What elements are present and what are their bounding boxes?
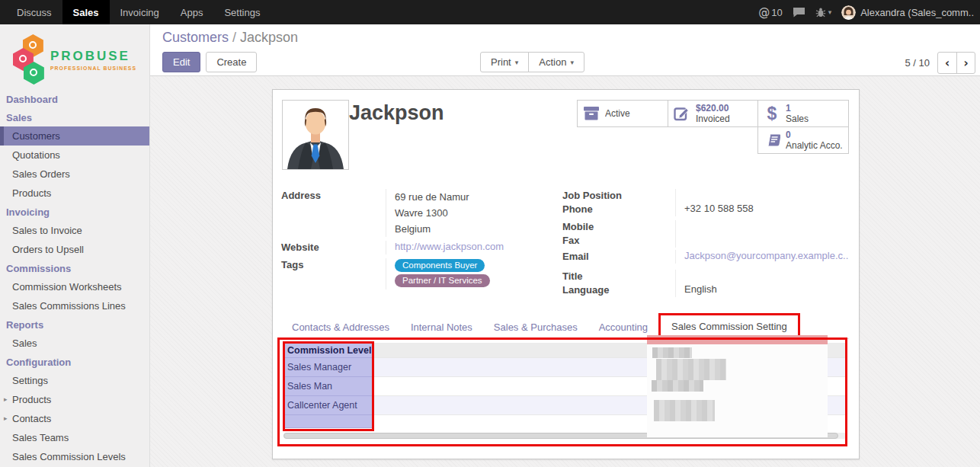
phone-value[interactable]: +32 10 588 558: [675, 203, 849, 216]
address-street[interactable]: 69 rue de Namur: [395, 189, 557, 205]
sidebar-item-sales-orders[interactable]: Sales Orders: [0, 165, 149, 184]
archive-box-icon: [583, 106, 600, 121]
sidebar-item-quotations[interactable]: Quotations: [0, 146, 149, 165]
create-button[interactable]: Create: [206, 52, 257, 72]
sidebar-item-commission-worksheets[interactable]: Commission Worksheets: [0, 277, 149, 296]
fax-field-label: Fax: [562, 234, 675, 248]
user-menu[interactable]: Alexandra (Sales_comm..: [841, 5, 974, 20]
app-menu: Discuss Sales Invoicing Apps Settings: [6, 0, 271, 24]
at-icon: @: [758, 5, 770, 19]
redacted-content: [656, 359, 726, 380]
address-city[interactable]: Wavre 1300: [395, 205, 557, 221]
sidebar-item-config-products[interactable]: ▸Products: [0, 390, 149, 409]
sidebar-item-sales-commissions-lines[interactable]: Sales Commissions Lines: [0, 296, 149, 315]
language-value[interactable]: English: [675, 283, 849, 297]
sidebar-section-configuration[interactable]: Configuration: [0, 353, 149, 371]
record-sheet: Jackpson Active: [272, 89, 860, 459]
pager-next-button[interactable]: ›: [956, 53, 975, 73]
redacted-highlight-band: [647, 335, 828, 344]
debug-menu-button[interactable]: ▾: [815, 7, 832, 18]
sidebar-item-sales-report[interactable]: Sales: [0, 334, 149, 353]
mobile-field-label: Mobile: [562, 220, 675, 234]
redacted-content: [652, 347, 692, 358]
sidebar-item-products[interactable]: Products: [0, 184, 149, 203]
mobile-value[interactable]: [675, 220, 849, 234]
businessman-avatar-icon: [283, 101, 348, 169]
user-avatar: [841, 5, 856, 20]
job-position-value[interactable]: [675, 189, 849, 203]
fax-value[interactable]: [675, 234, 849, 248]
action-label: Action: [539, 56, 566, 68]
menu-invoicing[interactable]: Invoicing: [110, 0, 170, 24]
menu-settings[interactable]: Settings: [213, 0, 271, 24]
address-country[interactable]: Belgium: [395, 221, 557, 237]
messages-button[interactable]: [793, 7, 805, 18]
sidebar-item-orders-to-upsell[interactable]: Orders to Upsell: [0, 240, 149, 259]
sidebar-item-sales-to-invoice[interactable]: Sales to Invoice: [0, 221, 149, 240]
print-dropdown-button[interactable]: Print ▾: [480, 52, 529, 72]
menu-sales[interactable]: Sales: [62, 0, 110, 24]
phone-field-label: Phone: [562, 203, 675, 216]
sidebar-item-sales-teams[interactable]: Sales Teams: [0, 428, 149, 447]
edit-button[interactable]: Edit: [162, 52, 200, 72]
print-label: Print: [491, 56, 511, 68]
website-field-label: Website: [281, 241, 386, 254]
menu-apps[interactable]: Apps: [170, 0, 214, 24]
action-dropdown-button[interactable]: Action ▾: [528, 52, 584, 72]
mentions-counter[interactable]: @ 10: [758, 5, 782, 19]
sales-stat-button[interactable]: $ 1 Sales: [757, 100, 849, 127]
sidebar-section-reports[interactable]: Reports: [0, 315, 149, 334]
logo-title: PROBUSE: [50, 49, 136, 64]
sidebar-section-invoicing[interactable]: Invoicing: [0, 203, 149, 221]
sidebar-section-commissions[interactable]: Commissions: [0, 259, 149, 277]
expand-arrow-icon[interactable]: ▸: [4, 395, 8, 403]
menu-discuss[interactable]: Discuss: [6, 0, 62, 24]
analytic-accounts-stat-button[interactable]: 0 Analytic Acco...: [757, 126, 849, 154]
sidebar-section-sales[interactable]: Sales: [0, 108, 149, 126]
commission-level-cell[interactable]: Callcenter Agent: [283, 396, 373, 415]
invoiced-amount: $620.00: [696, 103, 730, 114]
title-value[interactable]: [675, 270, 849, 283]
breadcrumb-customers-link[interactable]: Customers: [162, 30, 229, 45]
record-title: Jackpson: [349, 101, 444, 125]
expand-arrow-icon[interactable]: ▸: [4, 414, 8, 422]
tab-sales-purchases[interactable]: Sales & Purchases: [483, 316, 588, 338]
website-link[interactable]: http://www.jackpson.com: [395, 241, 504, 252]
language-field-label: Language: [562, 283, 675, 297]
dollar-icon: $: [767, 104, 777, 124]
pager-previous-button[interactable]: ‹: [938, 53, 956, 73]
sidebar-item-config-contacts[interactable]: ▸Contacts: [0, 409, 149, 428]
sales-count: 1: [786, 103, 809, 114]
sidebar-item-sales-commission-levels[interactable]: Sales Commission Levels: [0, 447, 149, 466]
tab-sales-commission-setting[interactable]: Sales Commission Setting: [661, 315, 798, 337]
sidebar-item-customers[interactable]: Customers: [0, 126, 149, 146]
form-view-background: Jackpson Active: [150, 76, 980, 467]
commission-level-cell[interactable]: Sales Man: [283, 377, 373, 396]
breadcrumb: Customers/Jackpson: [162, 30, 298, 46]
tab-internal-notes[interactable]: Internal Notes: [400, 316, 483, 338]
logo-subtitle: PROFESSIONAL BUSINESS: [50, 66, 136, 71]
invoiced-label: Invoiced: [696, 114, 730, 124]
invoiced-stat-button[interactable]: $620.00 Invoiced: [668, 100, 758, 127]
sales-label: Sales: [786, 114, 809, 124]
job-position-field-label: Job Position: [562, 189, 675, 203]
chat-bubble-icon: [793, 7, 805, 18]
active-stat-button[interactable]: Active: [577, 100, 668, 127]
main-area: Customers/Jackpson Edit Create Print ▾ A…: [150, 24, 980, 467]
analytic-count: 0: [786, 130, 843, 140]
email-field-label: Email: [562, 250, 675, 264]
tag-partner-it-services[interactable]: Partner / IT Services: [395, 274, 490, 287]
tag-components-buyer[interactable]: Components Buyer: [395, 259, 485, 272]
email-link[interactable]: Jackpson@yourcompany.example.c..: [684, 250, 848, 261]
breadcrumb-separator: /: [232, 30, 236, 45]
sidebar-section-dashboard[interactable]: Dashboard: [0, 90, 149, 108]
chevron-down-icon: ▾: [570, 59, 574, 66]
commission-level-column-header[interactable]: Commission Level: [283, 343, 373, 358]
sidebar-item-settings[interactable]: Settings: [0, 371, 149, 390]
contact-photo[interactable]: [282, 100, 349, 170]
commission-level-cell[interactable]: Sales Manager: [283, 358, 373, 377]
mentions-count: 10: [771, 7, 782, 18]
tab-contacts-addresses[interactable]: Contacts & Addresses: [281, 316, 400, 338]
probuse-logo: PROBUSE PROFESSIONAL BUSINESS: [0, 24, 149, 90]
control-panel: Customers/Jackpson Edit Create Print ▾ A…: [150, 24, 980, 76]
